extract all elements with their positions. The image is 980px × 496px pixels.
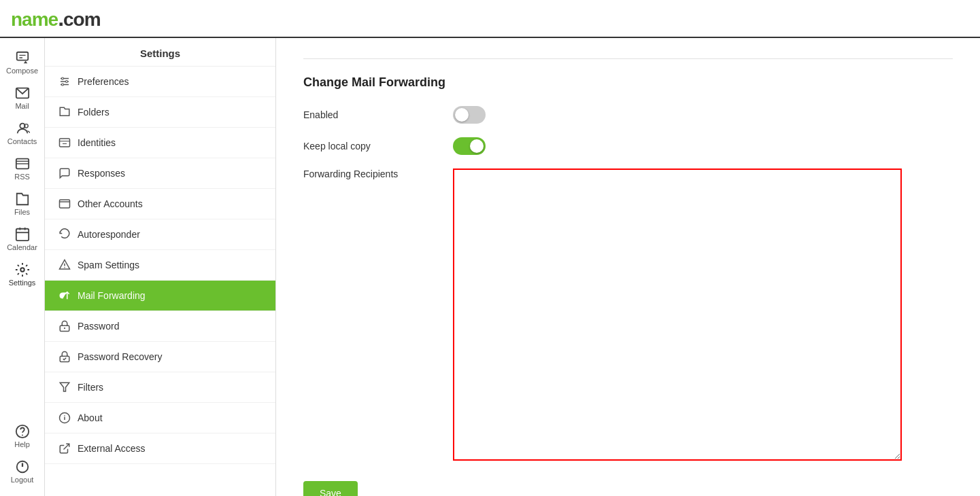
responses-icon: [58, 167, 71, 179]
menu-item-folders-label: Folders: [78, 107, 109, 118]
settings-icon: [15, 262, 30, 277]
svg-point-19: [62, 77, 64, 79]
menu-item-identities[interactable]: Identities: [45, 128, 275, 158]
svg-point-21: [62, 84, 64, 86]
contacts-icon: [15, 121, 30, 136]
identities-icon: [58, 137, 71, 149]
svg-point-28: [64, 267, 65, 268]
sidebar-item-logout[interactable]: Logout: [0, 454, 44, 489]
svg-rect-25: [60, 200, 70, 208]
menu-item-external-access-label: External Access: [78, 443, 146, 454]
other-accounts-icon: [58, 198, 71, 210]
keep-local-copy-toggle-track[interactable]: [453, 137, 486, 155]
enabled-label: Enabled: [303, 109, 453, 120]
external-access-icon: [58, 442, 71, 455]
sidebar-item-compose[interactable]: Compose: [0, 45, 44, 80]
forwarding-recipients-row: Forwarding Recipients: [303, 169, 953, 461]
save-button[interactable]: Save: [303, 481, 358, 496]
mail-label: Mail: [15, 102, 29, 110]
files-label: Files: [14, 208, 30, 216]
forwarding-recipients-textarea[interactable]: [453, 169, 902, 461]
enabled-toggle-thumb: [455, 108, 469, 122]
spam-icon: [58, 259, 71, 271]
menu-item-mail-forwarding[interactable]: Mail Forwarding: [45, 281, 275, 311]
sidebar-item-calendar[interactable]: Calendar: [0, 222, 44, 257]
sidebar-item-rss[interactable]: RSS: [0, 151, 44, 186]
logo-name: name: [11, 9, 58, 30]
enabled-toggle-track[interactable]: [453, 106, 486, 124]
sidebar-item-contacts[interactable]: Contacts: [0, 116, 44, 151]
logo: name.com: [11, 6, 101, 31]
settings-sidebar: Settings Preferences Folders Identities …: [45, 38, 276, 496]
sidebar-item-help[interactable]: Help: [0, 419, 44, 454]
sidebar-icons: Compose Mail Contacts RSS Files Calendar: [0, 38, 45, 496]
keep-local-copy-toggle-thumb: [470, 139, 484, 153]
rss-label: RSS: [14, 173, 30, 181]
menu-item-about[interactable]: About: [45, 403, 275, 433]
enabled-toggle[interactable]: [453, 106, 486, 124]
files-icon: [15, 192, 30, 207]
keep-local-copy-toggle[interactable]: [453, 137, 486, 155]
menu-item-external-access[interactable]: External Access: [45, 433, 275, 464]
password-icon: [58, 320, 71, 332]
menu-item-preferences-label: Preferences: [78, 76, 129, 87]
contacts-label: Contacts: [7, 137, 37, 145]
rss-icon: [15, 156, 30, 171]
menu-item-responses[interactable]: Responses: [45, 158, 275, 189]
calendar-icon: [15, 227, 30, 242]
svg-point-31: [64, 327, 65, 329]
menu-item-autoresponder[interactable]: Autoresponder: [45, 219, 275, 250]
logout-label: Logout: [11, 476, 34, 484]
menu-item-preferences[interactable]: Preferences: [45, 67, 275, 97]
preferences-icon: [58, 75, 71, 88]
mail-icon: [15, 86, 30, 101]
menu-item-spam-settings[interactable]: Spam Settings: [45, 250, 275, 281]
menu-item-autoresponder-label: Autoresponder: [78, 229, 140, 240]
sidebar-item-files[interactable]: Files: [0, 186, 44, 222]
logo-dot: .: [58, 6, 63, 31]
main-content: Change Mail Forwarding Enabled Keep loca…: [276, 38, 980, 496]
menu-item-other-accounts[interactable]: Other Accounts: [45, 189, 275, 219]
menu-item-responses-label: Responses: [78, 168, 125, 179]
mail-forwarding-icon: [58, 289, 71, 302]
menu-item-folders[interactable]: Folders: [45, 97, 275, 128]
filters-icon: [58, 381, 71, 393]
svg-rect-7: [16, 229, 28, 241]
svg-point-20: [66, 81, 68, 83]
calendar-label: Calendar: [7, 243, 37, 251]
svg-point-13: [22, 435, 23, 436]
content-title: Change Mail Forwarding: [303, 75, 953, 90]
svg-rect-0: [16, 52, 28, 60]
menu-item-spam-settings-label: Spam Settings: [78, 260, 139, 270]
menu-item-password-recovery[interactable]: Password Recovery: [45, 342, 275, 372]
svg-point-36: [64, 415, 65, 417]
sidebar-item-settings[interactable]: Settings: [0, 257, 44, 292]
settings-label: Settings: [9, 279, 36, 287]
top-divider: [303, 58, 953, 59]
autoresponder-icon: [58, 228, 71, 241]
sidebar-icons-bottom: Help Logout: [0, 419, 44, 496]
settings-sidebar-title: Settings: [45, 38, 275, 67]
password-recovery-icon: [58, 351, 71, 363]
svg-rect-22: [60, 139, 70, 147]
help-icon: [15, 424, 30, 439]
sidebar-item-mail[interactable]: Mail: [0, 80, 44, 116]
menu-item-password-label: Password: [78, 321, 119, 332]
about-icon: [58, 412, 71, 424]
menu-item-password[interactable]: Password: [45, 311, 275, 342]
main-layout: Compose Mail Contacts RSS Files Calendar: [0, 38, 980, 496]
menu-item-about-label: About: [78, 412, 103, 423]
menu-item-mail-forwarding-label: Mail Forwarding: [78, 290, 146, 301]
logo-com: com: [63, 9, 101, 30]
menu-item-password-recovery-label: Password Recovery: [78, 351, 163, 362]
top-bar: name.com: [0, 0, 980, 38]
menu-item-filters-label: Filters: [78, 382, 103, 393]
keep-local-copy-label: Keep local copy: [303, 141, 453, 152]
menu-item-filters[interactable]: Filters: [45, 372, 275, 403]
help-label: Help: [14, 440, 30, 448]
logout-icon: [15, 459, 30, 474]
folders-icon: [58, 106, 71, 118]
menu-item-other-accounts-label: Other Accounts: [78, 198, 143, 209]
enabled-row: Enabled: [303, 106, 953, 124]
svg-line-37: [64, 444, 69, 449]
